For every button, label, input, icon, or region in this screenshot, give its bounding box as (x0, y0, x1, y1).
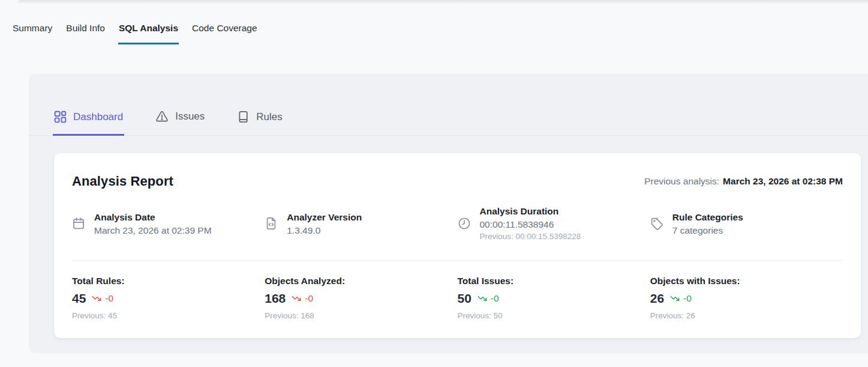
trend-down-icon (669, 294, 680, 303)
dashboard-grid-icon (54, 111, 67, 123)
analysis-info-row: Analysis Date March 23, 2026 at 02:39 PM… (72, 205, 843, 241)
card-divider (72, 260, 843, 261)
previous-analysis-value: March 23, 2026 at 02:38 PM (723, 176, 843, 186)
info-analysis-date: Analysis Date March 23, 2026 at 02:39 PM (72, 205, 265, 241)
info-title: Analysis Duration (480, 205, 581, 217)
info-title: Rule Categories (672, 211, 743, 223)
previous-analysis: Previous analysis:March 23, 2026 at 02:3… (644, 176, 843, 187)
info-title: Analysis Date (94, 211, 212, 223)
subtab-issues-label: Issues (175, 111, 205, 123)
stat-objects-analyzed: Objects Analyzed: 168 -0 Previous: 168 (265, 276, 457, 320)
subtab-dashboard[interactable]: Dashboard (53, 74, 124, 136)
info-analysis-duration: Analysis Duration 00:00:11.5838946 Previ… (458, 205, 650, 241)
file-code-icon (265, 217, 278, 230)
trend-down-icon (477, 294, 488, 303)
warning-triangle-icon (155, 110, 169, 123)
info-rule-categories: Rule Categories 7 categories (650, 205, 843, 241)
page-title: Analysis Report (72, 174, 173, 189)
info-value: 00:00:11.5838946 (480, 219, 581, 230)
stat-label: Total Rules: (72, 276, 265, 287)
info-value: 1.3.49.0 (287, 225, 362, 236)
calendar-icon (72, 217, 85, 230)
stat-delta: -0 (683, 293, 692, 304)
stat-objects-with-issues: Objects with Issues: 26 -0 Previous: 26 (650, 276, 843, 320)
subtab-rules[interactable]: Rules (236, 74, 283, 136)
stat-delta: -0 (105, 293, 113, 304)
stat-value: 26 (650, 291, 664, 306)
stat-delta: -0 (491, 293, 499, 304)
analysis-stats-row: Total Rules: 45 -0 Previous: 45 Objects … (72, 276, 843, 320)
previous-analysis-label: Previous analysis: (644, 176, 719, 186)
clock-icon (458, 217, 471, 230)
info-previous: Previous: 00:00:15.5398228 (480, 232, 581, 241)
stat-previous: Previous: 50 (458, 311, 650, 320)
analysis-report-card: Analysis Report Previous analysis:March … (54, 153, 861, 338)
stat-previous: Previous: 26 (650, 311, 843, 320)
trend-down-icon (291, 294, 302, 303)
trend-down-icon (91, 294, 102, 303)
stat-delta: -0 (305, 293, 313, 304)
stat-label: Objects with Issues: (650, 276, 843, 287)
tab-code-coverage[interactable]: Code Coverage (191, 22, 258, 44)
tag-icon (650, 217, 663, 230)
subtab-dashboard-label: Dashboard (73, 111, 123, 123)
analysis-report-header: Analysis Report Previous analysis:March … (72, 174, 843, 189)
stat-label: Objects Analyzed: (265, 276, 457, 287)
tab-build-info[interactable]: Build Info (65, 22, 106, 44)
tab-sql-analysis[interactable]: SQL Analysis (118, 22, 179, 44)
sql-analysis-panel: Dashboard Issues Rules (29, 74, 868, 353)
stat-previous: Previous: 45 (72, 311, 265, 320)
tab-summary[interactable]: Summary (12, 22, 53, 44)
subtab-rules-label: Rules (256, 111, 282, 123)
info-value: 7 categories (672, 225, 743, 236)
stat-previous: Previous: 168 (265, 311, 457, 320)
stat-total-issues: Total Issues: 50 -0 Previous: 50 (458, 276, 650, 320)
stat-value: 45 (72, 291, 86, 306)
info-analyzer-version: Analyzer Version 1.3.49.0 (265, 205, 457, 241)
build-report-tab-bar: Summary Build Info SQL Analysis Code Cov… (0, 0, 868, 44)
stat-value: 168 (265, 291, 286, 306)
sql-analysis-subtab-bar: Dashboard Issues Rules (29, 74, 868, 136)
info-value: March 23, 2026 at 02:39 PM (94, 225, 212, 236)
info-title: Analyzer Version (287, 211, 362, 223)
stat-value: 50 (458, 291, 471, 306)
stat-total-rules: Total Rules: 45 -0 Previous: 45 (72, 276, 265, 320)
book-icon (237, 111, 250, 123)
subtab-issues[interactable]: Issues (154, 74, 206, 136)
stat-label: Total Issues: (458, 276, 650, 287)
